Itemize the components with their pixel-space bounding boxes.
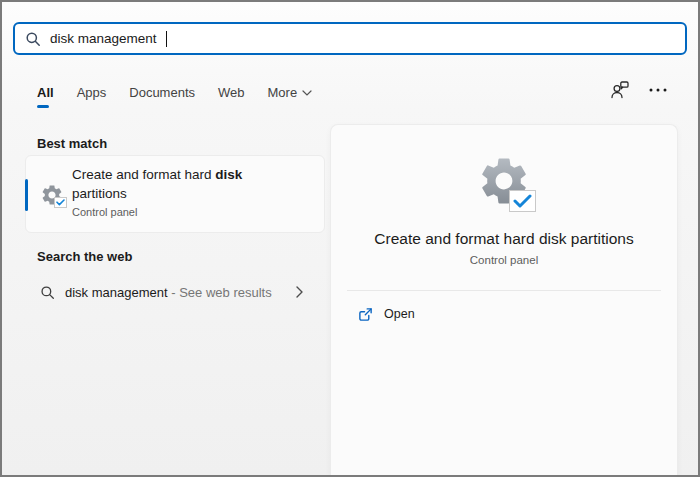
open-label: Open <box>384 307 415 321</box>
open-action[interactable]: Open <box>331 291 677 337</box>
preview-title: Create and format hard disk partitions <box>360 230 647 248</box>
result-subtitle: Control panel <box>72 206 316 218</box>
best-match-heading: Best match <box>37 136 107 151</box>
check-badge-icon <box>54 197 67 208</box>
search-filter-tabs: All Apps Documents Web More <box>37 85 312 100</box>
search-input[interactable]: disk management <box>13 22 687 55</box>
person-chat-icon <box>610 80 630 100</box>
search-icon <box>25 31 41 47</box>
tab-documents[interactable]: Documents <box>129 85 195 100</box>
tab-web[interactable]: Web <box>218 85 245 100</box>
tab-apps[interactable]: Apps <box>77 85 107 100</box>
search-flyout-window: disk management All Apps Documents Web M… <box>0 0 700 477</box>
disk-management-gear-icon <box>476 153 532 209</box>
tab-more[interactable]: More <box>268 85 313 100</box>
ellipsis-icon <box>649 88 667 92</box>
disk-management-gear-icon <box>40 183 64 207</box>
result-title-highlight: disk <box>215 167 242 182</box>
search-query-text: disk management <box>50 31 157 46</box>
tab-all[interactable]: All <box>37 85 54 100</box>
web-results-suffix: - See web results <box>168 285 272 300</box>
more-options-button[interactable] <box>648 84 668 96</box>
search-web-heading: Search the web <box>37 249 132 264</box>
result-title-prefix: Create and format hard <box>72 167 215 182</box>
result-title-line2: partitions <box>72 184 316 203</box>
account-feedback-button[interactable] <box>609 79 631 101</box>
chevron-down-icon <box>302 90 312 96</box>
best-match-result[interactable]: Create and format hard disk partitions C… <box>25 155 325 233</box>
preview-subtitle: Control panel <box>470 254 538 266</box>
search-icon <box>40 285 55 300</box>
open-external-icon <box>358 307 373 322</box>
web-query-text: disk management <box>65 285 168 300</box>
chevron-right-icon[interactable] <box>296 286 303 298</box>
check-badge-icon <box>509 190 536 212</box>
text-caret <box>166 31 167 47</box>
web-search-result[interactable]: disk management - See web results <box>25 274 325 310</box>
selection-indicator <box>25 179 28 211</box>
best-match-text: Create and format hard disk partitions C… <box>72 165 316 218</box>
preview-pane: Create and format hard disk partitions C… <box>330 124 678 475</box>
